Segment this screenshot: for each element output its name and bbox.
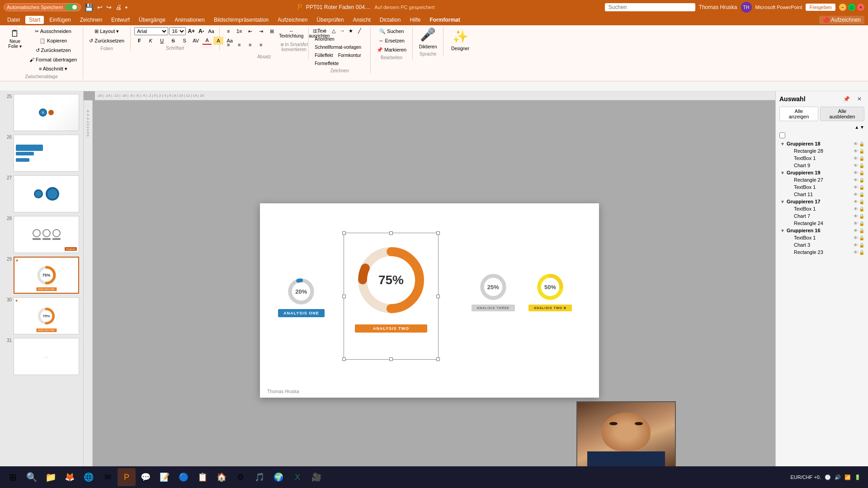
eye-icon-17[interactable] — [854, 199, 858, 204]
zuruecksetzen-button2[interactable]: ↺ Zurücksetzen — [87, 37, 127, 45]
bullets-button[interactable]: ≡ — [223, 27, 233, 40]
taskbar-files[interactable]: 📁 — [42, 468, 60, 486]
lock-icon-16[interactable] — [859, 228, 864, 233]
tree-group-19[interactable]: ▼ Gruppieren 19 — [779, 169, 864, 176]
shape-rect-button[interactable]: □ — [312, 27, 321, 35]
eye-icon-textbox1d[interactable] — [854, 235, 858, 240]
slide-thumb-27[interactable]: 27 — [2, 174, 81, 213]
shadow-button[interactable]: S — [179, 37, 189, 45]
format-uebertragen-button[interactable]: 🖌 Format übertragen — [27, 56, 79, 64]
share-btn[interactable]: Freigeben — [806, 4, 835, 11]
decrease-indent-button[interactable]: ⇤ — [245, 27, 255, 40]
numbering-button[interactable]: 1≡ — [234, 27, 244, 40]
shape-arrow-button[interactable]: → — [338, 27, 346, 35]
menu-animationen[interactable]: Animationen — [171, 16, 208, 24]
shape-star-button[interactable]: ★ — [347, 27, 355, 35]
taskbar-chrome[interactable]: 🌐 — [80, 468, 98, 486]
handle-tl[interactable] — [342, 231, 346, 235]
lock-icon-chart11[interactable] — [859, 192, 864, 197]
hide-all-button[interactable]: Alle ausblenden — [820, 107, 864, 121]
eye-icon-rect23[interactable] — [854, 249, 858, 255]
show-all-button[interactable]: Alle anzeigen — [779, 107, 818, 121]
abschnitt-button[interactable]: ≡ Abschnitt ▾ — [27, 65, 79, 73]
fill-button[interactable]: Fülleffekt — [312, 52, 335, 59]
effects-button[interactable]: Formeffekte — [312, 60, 341, 67]
autosave-switch[interactable] — [65, 4, 78, 10]
taskbar-excel[interactable]: X — [288, 468, 307, 486]
justify-button[interactable]: ≡ — [256, 41, 266, 53]
quick-styles-button[interactable]: Schnellformat-vorlagen — [312, 43, 363, 51]
align-right-button[interactable]: ≡ — [245, 41, 255, 53]
slide-canvas[interactable]: Thomas Hruska 20% ANALYSIS ONE — [260, 203, 599, 398]
tree-item-textbox1d[interactable]: TextBox 1 — [787, 234, 864, 241]
italic-button[interactable]: K — [146, 37, 156, 45]
menu-entwurf[interactable]: Entwurf — [108, 16, 133, 24]
shape-oval-button[interactable]: ○ — [321, 27, 329, 35]
lock-icon-textbox1b[interactable] — [859, 184, 864, 190]
minimize-button[interactable]: − — [839, 4, 846, 11]
outline-button[interactable]: Formkontur — [336, 52, 363, 59]
menu-bildschirmpraesentation[interactable]: Bildschirmpräsentation — [210, 16, 272, 24]
select-all-checkbox[interactable] — [779, 132, 785, 138]
suchen-button[interactable]: 🔍 Suchen — [374, 27, 409, 36]
slide-image-26[interactable] — [14, 135, 79, 172]
menu-ansicht[interactable]: Ansicht — [349, 16, 374, 24]
menu-aufzeichnen[interactable]: Aufzeichnen — [274, 16, 311, 24]
sort-down-button[interactable]: ▼ — [860, 125, 864, 130]
eye-icon-chart3[interactable] — [854, 242, 858, 248]
lock-icon-textbox1a[interactable] — [859, 155, 864, 161]
clear-format-button[interactable]: Aa — [207, 28, 216, 35]
tree-item-chart11[interactable]: Chart 11 — [787, 191, 864, 198]
lock-icon-textbox1c[interactable] — [859, 206, 864, 211]
toggle-19[interactable]: ▼ — [779, 170, 786, 175]
print-icon[interactable]: 🖨 — [115, 4, 122, 11]
taskbar-volume[interactable]: 🔊 — [835, 474, 841, 480]
menu-hilfe[interactable]: Hilfe — [406, 16, 424, 24]
tree-group-16[interactable]: ▼ Gruppieren 16 — [779, 227, 864, 234]
handle-br[interactable] — [436, 357, 440, 361]
slide-image-31[interactable]: — — [14, 338, 79, 375]
save-icon[interactable]: 💾 — [85, 3, 94, 12]
dictation-btn[interactable]: Microsoft PowerPoint — [755, 5, 802, 10]
tree-item-rect23[interactable]: Rectangle 23 — [787, 249, 864, 256]
panel-close-button[interactable]: ✕ — [854, 95, 864, 103]
lock-icon-18[interactable] — [859, 141, 864, 146]
maximize-button[interactable]: □ — [848, 4, 855, 11]
slide-image-30[interactable]: ★ 75% ANALYSIS TWO — [14, 297, 79, 334]
col-button[interactable]: ⊞ — [267, 27, 277, 40]
toggle-18[interactable]: ▼ — [779, 141, 786, 146]
lock-icon-chart9[interactable] — [859, 163, 864, 168]
ausschneiden-button[interactable]: ✂ Ausschneiden — [27, 27, 79, 36]
eye-icon-chart9[interactable] — [854, 163, 858, 168]
tree-group-17[interactable]: ▼ Gruppieren 17 — [779, 198, 864, 205]
menu-einfuegen[interactable]: Einfügen — [46, 16, 74, 24]
shape-line-button[interactable]: ╱ — [355, 27, 363, 35]
menu-formformat[interactable]: Formformat — [426, 16, 463, 24]
taskbar-notes[interactable]: 📝 — [156, 468, 174, 486]
handle-tm[interactable] — [389, 231, 393, 235]
font-size-select[interactable]: 16 — [169, 27, 186, 35]
layout-button[interactable]: ⊞ Layout ▾ — [87, 27, 127, 36]
taskbar-teams[interactable]: 💬 — [137, 468, 155, 486]
lock-icon-textbox1d[interactable] — [859, 235, 864, 240]
bold-button[interactable]: F — [134, 37, 144, 45]
sort-up-button[interactable]: ▲ — [854, 125, 859, 130]
undo-icon[interactable]: ↩ — [97, 4, 103, 11]
handle-mr[interactable] — [436, 295, 440, 298]
start-button[interactable]: ⊞ — [4, 468, 22, 486]
panel-pin-button[interactable]: 📌 — [840, 95, 853, 103]
eye-icon-rect28[interactable] — [854, 148, 858, 154]
taskbar-app4[interactable]: ⚙ — [231, 468, 250, 486]
eye-icon-rect24[interactable] — [854, 221, 858, 226]
slide-image-27[interactable] — [14, 175, 79, 212]
slide-image-28[interactable]: Analyse — [14, 216, 79, 253]
taskbar-ppt[interactable]: P — [118, 468, 136, 486]
tree-item-textbox1b[interactable]: TextBox 1 — [787, 183, 864, 191]
taskbar-mail[interactable]: ✉ — [99, 468, 117, 486]
tree-item-rect24[interactable]: Rectangle 24 — [787, 220, 864, 227]
tree-item-chart7[interactable]: Chart 7 — [787, 212, 864, 220]
taskbar-maps[interactable]: 🌍 — [269, 468, 288, 486]
taskbar-network[interactable]: 📶 — [844, 474, 851, 480]
handle-bl[interactable] — [342, 357, 346, 361]
tree-item-rect28[interactable]: Rectangle 28 — [787, 147, 864, 155]
